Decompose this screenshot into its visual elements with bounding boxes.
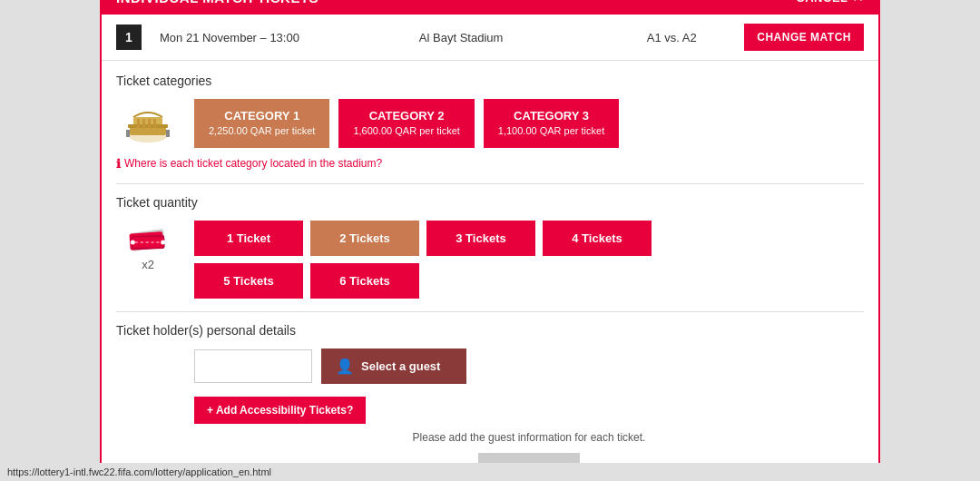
ticket-quantity-row: x2 1 Ticket 2 Tickets 3 Tickets 4 Ticket… [116,221,864,299]
page-wrapper: INDIVIDUAL MATCH TICKETS CANCEL ✕ 1 Mon … [0,0,980,481]
personal-row: 👤 Select a guest [116,348,864,384]
modal-title: INDIVIDUAL MATCH TICKETS [116,0,318,5]
ticket-icon-wrap: x2 [116,221,180,271]
cancel-button[interactable]: CANCEL ✕ [796,0,864,5]
modal: INDIVIDUAL MATCH TICKETS CANCEL ✕ 1 Mon … [100,0,880,481]
svg-rect-9 [153,119,156,128]
ticket-category-info-link[interactable]: ℹ Where is each ticket category located … [116,157,864,171]
categories-grid: CATEGORY 1 2,250.00 QAR per ticket CATEG… [194,99,619,148]
ticket-categories-row: CATEGORY 1 2,250.00 QAR per ticket CATEG… [116,99,864,148]
modal-body: Ticket categories [102,61,878,481]
ticket-quantity-title: Ticket quantity [116,195,864,210]
stadium-icon-wrap [116,101,180,146]
info-icon: ℹ [116,157,121,171]
divider-2 [116,311,864,312]
svg-rect-4 [126,130,130,137]
category-3-name: CATEGORY 3 [498,108,604,124]
category-2-price: 1,600.00 QAR per ticket [353,124,459,138]
svg-point-14 [131,240,135,244]
personal-inputs: 👤 Select a guest [194,348,466,384]
add-accessibility-button[interactable]: + Add Accessibility Tickets? [194,397,366,424]
cancel-x-icon: ✕ [852,0,865,5]
name-input[interactable] [194,349,312,383]
divider-1 [116,183,864,184]
stadium-icon [121,101,175,146]
qty-btn-4[interactable]: 4 Tickets [543,221,652,256]
category-btn-3[interactable]: CATEGORY 3 1,100.00 QAR per ticket [484,99,619,148]
match-date: Mon 21 November – 13:00 [160,31,305,44]
category-1-price: 2,250.00 QAR per ticket [209,124,315,138]
personal-details-section: Ticket holder(s) personal details 👤 Sele… [116,323,864,481]
svg-rect-6 [137,119,140,128]
change-match-button[interactable]: CHANGE MATCH [744,24,864,51]
guest-info-text: Please add the guest information for eac… [194,431,864,444]
qty-btn-6[interactable]: 6 Tickets [310,263,419,299]
status-bar: https://lottery1-intl.fwc22.fifa.com/lot… [0,463,980,481]
select-guest-button[interactable]: 👤 Select a guest [321,348,466,384]
ticket-categories-section: Ticket categories [116,74,864,171]
info-link-text: Where is each ticket category located in… [124,157,382,170]
status-url: https://lottery1-intl.fwc22.fifa.com/lot… [7,466,271,477]
qty-btn-5[interactable]: 5 Tickets [194,263,303,299]
ticket-quantity-section: Ticket quantity [116,195,864,299]
category-3-price: 1,100.00 QAR per ticket [498,124,604,138]
svg-rect-7 [142,119,145,128]
category-1-name: CATEGORY 1 [209,108,315,124]
qty-btn-3[interactable]: 3 Tickets [426,221,535,256]
category-btn-1[interactable]: CATEGORY 1 2,250.00 QAR per ticket [194,99,329,148]
cancel-label: CANCEL [796,0,848,5]
quantity-grid: 1 Ticket 2 Tickets 3 Tickets 4 Tickets 5… [194,221,652,299]
match-stadium: Al Bayt Stadium [323,31,599,44]
user-icon: 👤 [336,358,354,375]
svg-point-15 [161,240,165,244]
category-2-name: CATEGORY 2 [353,108,459,124]
svg-rect-5 [166,130,170,137]
svg-rect-8 [148,119,151,128]
match-number: 1 [116,25,142,50]
select-guest-label: Select a guest [361,359,440,373]
category-btn-2[interactable]: CATEGORY 2 1,600.00 QAR per ticket [338,99,474,148]
qty-btn-2[interactable]: 2 Tickets [310,221,419,256]
match-bar: 1 Mon 21 November – 13:00 Al Bayt Stadiu… [102,15,878,61]
ticket-x2-label: x2 [142,258,154,271]
qty-btn-1[interactable]: 1 Ticket [194,221,303,256]
personal-details-title: Ticket holder(s) personal details [116,323,864,338]
modal-header: INDIVIDUAL MATCH TICKETS CANCEL ✕ [102,0,878,15]
ticket-categories-title: Ticket categories [116,74,864,88]
ticket-icon [125,224,171,256]
add-accessibility-row: + Add Accessibility Tickets? [194,393,864,424]
match-teams: A1 vs. A2 [617,31,726,44]
